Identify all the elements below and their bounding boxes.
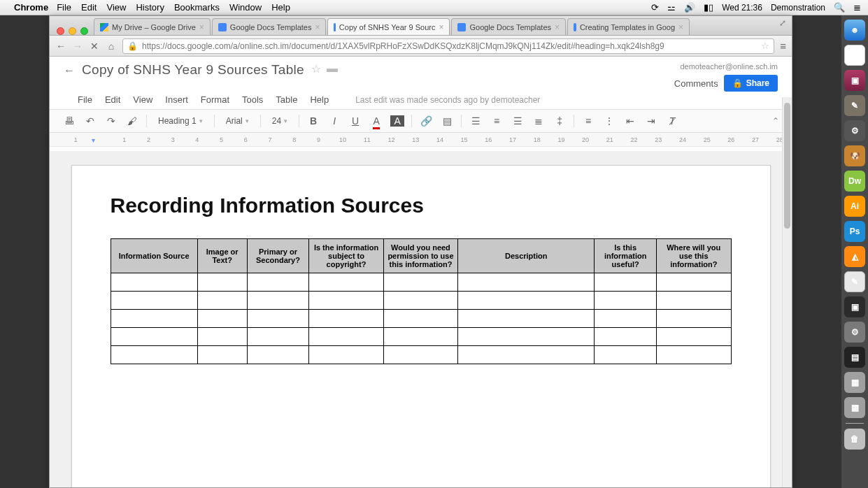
close-tab-icon[interactable]: ×	[315, 22, 320, 32]
insert-comment-button[interactable]: ▤	[440, 115, 454, 127]
scrollbar-thumb[interactable]	[784, 103, 790, 229]
last-edit-status[interactable]: Last edit was made seconds ago by demote…	[355, 95, 540, 105]
table-cell[interactable]	[595, 346, 657, 364]
mac-menu-edit[interactable]: Edit	[81, 2, 97, 13]
undo-button[interactable]: ↶	[83, 115, 97, 127]
battery-icon[interactable]: ▮▯	[704, 2, 713, 13]
close-tab-icon[interactable]: ×	[199, 22, 204, 32]
dock-preferences-icon[interactable]: ⚙	[844, 322, 865, 343]
table-cell[interactable]	[247, 273, 309, 292]
highlight-color-button[interactable]: A	[390, 115, 404, 127]
table-cell[interactable]	[595, 328, 657, 346]
font-family-select[interactable]: Arial▾	[222, 115, 253, 127]
increase-indent-button[interactable]: ⇥	[644, 115, 658, 127]
table-cell[interactable]	[383, 346, 457, 364]
dock-app-icon[interactable]: 🐶	[844, 145, 865, 166]
table-header-cell[interactable]: Description	[458, 239, 595, 273]
table-cell[interactable]	[197, 310, 247, 328]
numbered-list-button[interactable]: ≡	[581, 115, 595, 127]
user-email[interactable]: demoteacher@online.sch.im	[674, 62, 778, 71]
dock-openoffice-icon[interactable]: ▣	[844, 70, 865, 91]
docs-menu-view[interactable]: View	[133, 94, 152, 105]
table-cell[interactable]	[111, 292, 197, 310]
underline-button[interactable]: U	[348, 115, 362, 127]
minimize-window-button[interactable]	[69, 27, 76, 35]
table-row[interactable]	[111, 328, 731, 346]
bookmark-star-icon[interactable]: ☆	[761, 41, 769, 51]
docs-menu-format[interactable]: Format	[201, 94, 229, 105]
paint-format-button[interactable]: 🖌	[125, 115, 139, 127]
table-cell[interactable]	[309, 310, 383, 328]
table-cell[interactable]	[595, 292, 657, 310]
table-cell[interactable]	[247, 346, 309, 364]
align-center-button[interactable]: ≡	[490, 115, 504, 127]
star-document-icon[interactable]: ☆	[311, 62, 321, 76]
table-cell[interactable]	[383, 310, 457, 328]
share-button[interactable]: 🔒Share	[724, 75, 778, 92]
table-cell[interactable]	[247, 292, 309, 310]
table-cell[interactable]	[309, 346, 383, 364]
mac-menu-window[interactable]: Window	[229, 2, 262, 13]
dock-blender-icon[interactable]: ◭	[844, 246, 865, 267]
table-cell[interactable]	[247, 310, 309, 328]
dock-activity-monitor-icon[interactable]: ▤	[844, 347, 865, 368]
dock-gimp-icon[interactable]: ✎	[844, 95, 865, 116]
dock-illustrator-icon[interactable]: Ai	[844, 196, 865, 217]
paragraph-style-select[interactable]: Heading 1▾	[154, 115, 207, 127]
table-cell[interactable]	[197, 346, 247, 364]
collapse-toolbar-icon[interactable]: ⌃	[772, 116, 779, 126]
align-justify-button[interactable]: ≣	[532, 115, 546, 127]
mac-menu-help[interactable]: Help	[271, 2, 290, 13]
table-cell[interactable]	[458, 273, 595, 292]
table-cell[interactable]	[657, 328, 732, 346]
table-cell[interactable]	[458, 310, 595, 328]
table-cell[interactable]	[111, 328, 197, 346]
home-button[interactable]: ⌂	[106, 41, 117, 52]
stop-reload-button[interactable]: ✕	[89, 41, 100, 52]
table-cell[interactable]	[197, 273, 247, 292]
decrease-indent-button[interactable]: ⇤	[623, 115, 637, 127]
table-cell[interactable]	[383, 328, 457, 346]
font-size-select[interactable]: 24▾	[268, 115, 292, 127]
table-cell[interactable]	[458, 328, 595, 346]
browser-tab-active[interactable]: Copy of SNHS Year 9 Sourc×	[327, 18, 450, 35]
mac-menu-view[interactable]: View	[106, 2, 126, 13]
table-cell[interactable]	[197, 292, 247, 310]
dock-terminal-icon[interactable]: ▣	[844, 296, 865, 317]
document-title[interactable]: Copy of SNHS Year 9 Sources Table	[82, 62, 304, 78]
docs-menu-edit[interactable]: Edit	[105, 94, 120, 105]
docs-menu-tools[interactable]: Tools	[242, 94, 263, 105]
volume-icon[interactable]: 🔊	[684, 2, 695, 13]
browser-tab[interactable]: Google Docs Templates×	[451, 18, 566, 35]
back-button[interactable]: ←	[55, 41, 66, 52]
table-cell[interactable]	[111, 346, 197, 364]
zoom-window-button[interactable]	[80, 27, 88, 35]
sync-icon[interactable]: ⟳	[651, 2, 659, 13]
docs-menu-insert[interactable]: Insert	[165, 94, 188, 105]
table-row[interactable]	[111, 273, 731, 292]
table-row[interactable]	[111, 310, 731, 328]
clear-formatting-button[interactable]: T̷	[665, 115, 679, 127]
comments-button[interactable]: Comments	[674, 78, 718, 89]
browser-tab[interactable]: Google Docs Templates×	[212, 18, 327, 35]
table-cell[interactable]	[383, 273, 457, 292]
table-cell[interactable]	[657, 273, 732, 292]
close-window-button[interactable]	[57, 27, 64, 35]
close-tab-icon[interactable]: ×	[439, 22, 443, 32]
close-tab-icon[interactable]: ×	[678, 22, 683, 32]
bulleted-list-button[interactable]: ⋮	[602, 115, 616, 127]
docs-menu-help[interactable]: Help	[310, 94, 329, 105]
dock-chrome-icon[interactable]: ◉	[844, 45, 865, 66]
browser-tab[interactable]: My Drive – Google Drive×	[94, 18, 211, 35]
wifi-icon[interactable]: ⚍	[667, 2, 676, 13]
docs-back-arrow-icon[interactable]: ←	[64, 64, 75, 77]
table-row[interactable]	[111, 292, 731, 310]
fullscreen-toggle-icon[interactable]: ⤢	[779, 18, 786, 28]
table-cell[interactable]	[458, 346, 595, 364]
document-canvas[interactable]: Recording Information Sources Informatio…	[50, 151, 792, 487]
chrome-menu-icon[interactable]: ≡	[780, 40, 786, 52]
dock-photoshop-icon[interactable]: Ps	[844, 221, 865, 242]
table-cell[interactable]	[309, 292, 383, 310]
italic-button[interactable]: I	[327, 115, 341, 127]
table-cell[interactable]	[595, 273, 657, 292]
